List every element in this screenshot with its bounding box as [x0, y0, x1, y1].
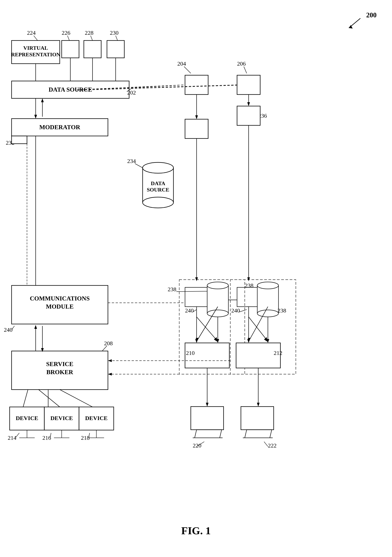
ref-216-label: 216	[42, 434, 51, 441]
diagram-svg: 200 224 226 228 230 VIRTUAL REPRESENTATI…	[0, 0, 392, 557]
box-right-cluster	[237, 287, 260, 307]
virtual-representation-label: VIRTUAL	[23, 45, 48, 51]
cylinder-left-body	[207, 286, 228, 313]
ref-240-left-label: 240	[4, 327, 13, 333]
ref-218-label: 218	[81, 434, 90, 441]
cylinder-left-top	[207, 282, 228, 289]
box-222	[241, 407, 274, 430]
ref-238-far-right-label: 238	[278, 307, 286, 314]
ref-210-label: 210	[186, 350, 195, 356]
ref-224-label: 224	[27, 30, 36, 36]
device1-label: DEVICE	[16, 415, 38, 421]
ref-228-label: 228	[85, 30, 94, 36]
ref-206-label: 206	[237, 60, 246, 67]
communications-module-label2: MODULE	[46, 303, 74, 310]
ref-234-label: 234	[127, 158, 136, 164]
data-source-center-label: DATA	[151, 180, 165, 186]
cylinder-right-top	[257, 282, 279, 289]
ref-222-label: 222	[268, 442, 277, 449]
box-206	[237, 75, 260, 95]
virtual-representation-label2: REPRESENTATION	[11, 51, 60, 57]
ref-240-center-label: 240	[185, 307, 194, 314]
box-230	[107, 41, 124, 58]
cylinder-left-bottom	[207, 310, 228, 317]
ref-240-right-label: 240	[231, 307, 240, 314]
cylinder-right-body	[257, 286, 279, 313]
service-broker-label1: SERVICE	[46, 360, 73, 368]
service-broker-label2: BROKER	[47, 369, 73, 376]
box-220	[191, 407, 224, 430]
cylinder-right-bottom	[257, 310, 279, 317]
box-mid-cluster-left	[185, 287, 208, 307]
box-204	[185, 75, 208, 95]
data-source-cylinder-top	[143, 162, 173, 173]
ref-238-left-label: 238	[168, 286, 176, 292]
ref-208-label: 208	[104, 340, 113, 346]
moderator-notch	[12, 136, 27, 144]
box-mid-right-left	[185, 119, 208, 139]
device2-label: DEVICE	[50, 415, 73, 421]
ref-230-label: 230	[110, 30, 119, 36]
fig-label: FIG. 1	[181, 525, 211, 537]
device3-label: DEVICE	[85, 415, 108, 421]
diagram-container: 200 224 226 228 230 VIRTUAL REPRESENTATI…	[0, 0, 392, 557]
data-source-cylinder-bottom	[143, 197, 173, 208]
communications-module-label1: COMMUNICATIONS	[30, 295, 90, 302]
ref-220-label: 220	[193, 442, 201, 449]
box-228	[84, 41, 101, 58]
ref-200: 200	[366, 11, 376, 19]
moderator-label: MODERATOR	[39, 124, 80, 131]
data-source-center-label2: SOURCE	[147, 187, 169, 193]
box-226	[62, 41, 79, 58]
box-236	[237, 106, 260, 125]
ref-226-label: 226	[62, 30, 70, 36]
ref-214-label: 214	[8, 434, 16, 441]
ref-212-label: 212	[274, 350, 282, 356]
ref-204-label: 204	[177, 60, 186, 67]
